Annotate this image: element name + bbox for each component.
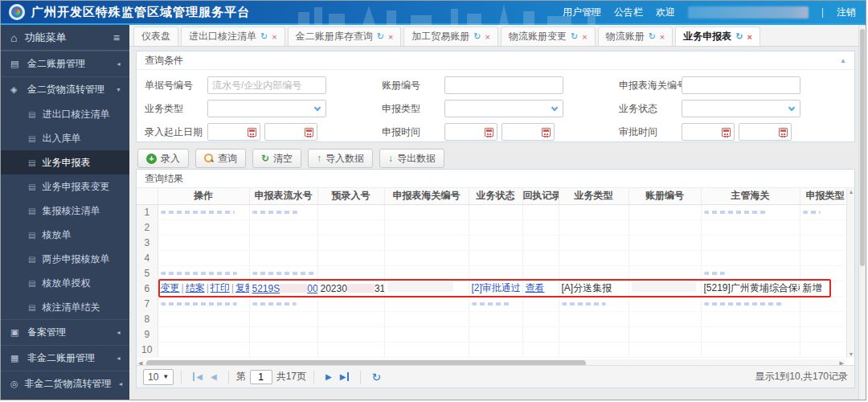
last-page-button[interactable]: ▶ <box>340 372 350 381</box>
tab-business-declaration[interactable]: 业务申报表 ↻ × <box>675 27 760 46</box>
sidebar-item-two-step-release-form[interactable]: ▤ 两步申报核放单 <box>1 247 129 271</box>
sidebar-item-release-form[interactable]: ▤ 核放单 <box>1 223 129 247</box>
refresh-icon[interactable]: ↻ <box>371 371 381 384</box>
refresh-icon[interactable]: ↻ <box>571 31 578 42</box>
refresh-icon[interactable]: ↻ <box>735 31 743 42</box>
refresh-icon[interactable]: ↻ <box>260 31 268 42</box>
sidebar-group-jin2-goods-flow[interactable]: ◈ 金二货物流转管理 ▼ <box>1 76 129 102</box>
table-row[interactable]: 1 <box>137 204 845 219</box>
tab-logistics-ledger[interactable]: 物流账册 ↻ × <box>598 27 674 46</box>
sidebar-item-collective-checklist[interactable]: ▤ 集报核注清单 <box>1 199 129 223</box>
entry-date-start-input[interactable] <box>207 123 260 141</box>
export-data-button[interactable]: ↓ 导出数据 <box>379 149 444 168</box>
user-management-link[interactable]: 用户管理 <box>563 6 601 19</box>
sidebar-item-business-declaration-change[interactable]: ▤ 业务申报表变更 <box>1 174 129 199</box>
current-page-input[interactable] <box>250 370 272 384</box>
query-button[interactable]: 查询 <box>195 149 246 168</box>
approve-time-start-input[interactable] <box>682 123 735 141</box>
search-icon <box>204 154 214 163</box>
page-vertical-scrollbar[interactable] <box>858 27 866 400</box>
declare-customs-no-input[interactable] <box>682 76 800 94</box>
tab-import-export-checklist[interactable]: 进出口核注清单 ↻ × <box>181 27 285 46</box>
tab-processing-trade-ledger[interactable]: 加工贸易账册 ↻ × <box>403 27 498 46</box>
close-icon[interactable]: × <box>582 32 587 42</box>
copy-link[interactable]: 复制 <box>235 282 249 293</box>
main-content: 查询条件 ▲ 单据号编号 账册编号 申报表海关编号 业务类型 <box>129 47 858 400</box>
scroll-down-icon[interactable]: ▼ <box>848 351 854 357</box>
tab-logistics-ledger-change[interactable]: 物流账册变更 ↻ × <box>501 27 596 46</box>
sidebar-group-nonjin2-goods-flow[interactable]: ◎ 非金二货物流转管理 ◄ <box>1 371 129 396</box>
previous-page-button[interactable]: ◀ <box>211 372 217 381</box>
approve-time-end-input[interactable] <box>739 123 792 141</box>
business-type-value: [A]分送集报 <box>559 281 628 296</box>
sidebar-item-release-form-authorization[interactable]: ▤ 核放单授权 <box>1 271 129 295</box>
calendar-icon[interactable] <box>248 128 256 137</box>
calendar-icon[interactable] <box>305 128 313 137</box>
add-record-button[interactable]: + 录入 <box>137 149 189 168</box>
table-row-highlighted[interactable]: 6 变更|结案|打印|复制 5219S00002802 2023031583 <box>137 281 845 296</box>
calendar-icon[interactable] <box>722 128 731 137</box>
table-row[interactable]: 9 <box>137 326 845 342</box>
table-row[interactable]: 7 <box>137 296 845 311</box>
print-link[interactable]: 打印 <box>211 282 230 293</box>
close-icon[interactable]: × <box>272 32 276 42</box>
view-receipt-link[interactable]: 查看 <box>526 282 545 293</box>
refresh-icon[interactable]: ↻ <box>377 31 384 42</box>
close-icon[interactable]: × <box>660 32 665 42</box>
caret-down-icon: ▼ <box>162 373 169 380</box>
serial-no-link[interactable]: 5219S00002802 <box>252 283 318 294</box>
bulletin-board-link[interactable]: 公告栏 <box>614 6 643 19</box>
document-icon: ▤ <box>28 303 35 312</box>
chevron-left-icon: ◄ <box>116 61 121 67</box>
table-row[interactable]: 2 <box>137 219 845 235</box>
page-size-select[interactable]: 10 ▼ <box>143 369 174 385</box>
tab-dashboard[interactable]: 仪表盘 <box>133 27 178 46</box>
refresh-icon[interactable]: ↻ <box>649 31 656 42</box>
declare-time-start-input[interactable] <box>444 123 497 141</box>
close-icon[interactable]: × <box>485 32 490 42</box>
business-type-select[interactable] <box>207 100 326 117</box>
clear-button[interactable]: ↻ 清空 <box>252 149 301 168</box>
sidebar-group-filing[interactable]: ▣ 备案管理 ◄ <box>1 319 129 345</box>
hamburger-menu-icon[interactable]: ≡ <box>113 31 120 44</box>
table-row[interactable]: 4 <box>137 250 845 265</box>
table-row[interactable]: 8 <box>137 311 845 326</box>
business-status-select[interactable] <box>682 100 800 117</box>
scroll-up-icon[interactable]: ▲ <box>848 189 854 195</box>
upload-icon: ↑ <box>317 153 321 164</box>
doc-no-input[interactable] <box>207 76 326 94</box>
logout-link[interactable]: 注销 <box>837 6 856 19</box>
entry-date-end-input[interactable] <box>264 123 317 141</box>
tab-jin2-inventory-query[interactable]: 金二账册库存查询 ↻ × <box>288 27 402 46</box>
sidebar-item-checklist-closure[interactable]: ▤ 核注清单结关 <box>1 295 129 319</box>
collapse-panel-icon[interactable]: ▲ <box>840 51 846 70</box>
calendar-icon[interactable] <box>485 128 493 137</box>
next-page-button[interactable]: ▶ <box>326 372 332 381</box>
query-conditions-panel: 查询条件 ▲ 单据号编号 账册编号 申报表海关编号 业务类型 <box>136 51 855 142</box>
calendar-icon[interactable] <box>542 128 551 137</box>
table-row[interactable]: 10 <box>137 342 845 357</box>
scrollbar-thumb[interactable] <box>860 29 865 266</box>
declare-type-select[interactable] <box>444 100 563 117</box>
column-header-business-status: 业务状态 <box>469 188 522 204</box>
close-icon[interactable]: × <box>388 32 393 42</box>
refresh-icon[interactable]: ↻ <box>473 31 481 42</box>
table-row[interactable]: 5 <box>137 265 845 281</box>
account-book-input[interactable] <box>444 76 563 94</box>
close-icon[interactable]: × <box>747 32 752 42</box>
sidebar-item-warehouse-receipt[interactable]: ▤ 出入库单 <box>1 126 129 150</box>
declare-time-end-input[interactable] <box>502 123 555 141</box>
sidebar-group-nonjin2-ledger[interactable]: ▦ 非金二账册管理 ◄ <box>1 345 129 371</box>
first-page-button[interactable]: ◀ <box>193 372 203 381</box>
sidebar-item-business-declaration[interactable]: ▤ 业务申报表 <box>1 150 129 174</box>
change-link[interactable]: 变更 <box>161 282 180 293</box>
table-vertical-scrollbar[interactable]: ▲ ▼ <box>846 188 854 358</box>
calendar-icon[interactable] <box>779 128 788 137</box>
record-summary: 显示1到10,共170记录 <box>755 370 848 384</box>
sidebar-group-jin2-ledger[interactable]: ▤ 金二账册管理 ◄ <box>1 51 129 76</box>
chevron-down-icon: ▼ <box>116 87 121 92</box>
close-case-link[interactable]: 结案 <box>186 282 205 293</box>
table-row[interactable]: 3 <box>137 235 845 250</box>
sidebar-item-import-export-checklist[interactable]: ▤ 进出口核注清单 <box>1 102 129 126</box>
import-data-button[interactable]: ↑ 导入数据 <box>308 149 373 168</box>
